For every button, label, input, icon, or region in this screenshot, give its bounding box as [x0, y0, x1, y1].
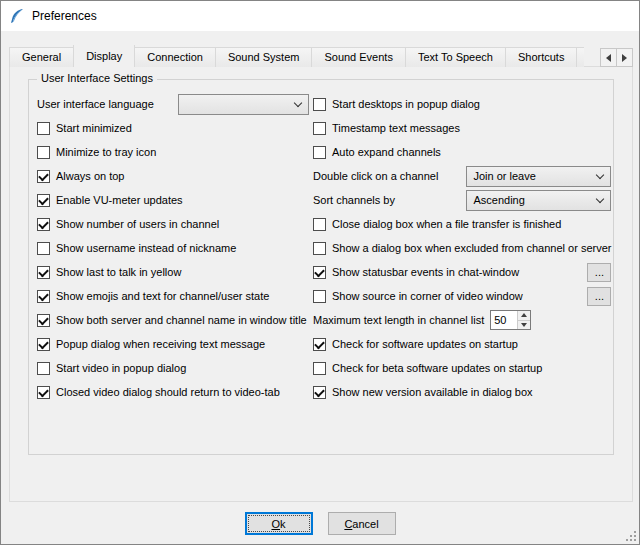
checkbox-minimize-to-tray[interactable]: Minimize to tray icon — [37, 146, 156, 159]
checkbox-box — [37, 122, 50, 135]
tab-bar: General Display Connection Sound System … — [9, 45, 584, 67]
checkbox-box — [313, 218, 326, 231]
checkbox-box — [37, 242, 50, 255]
checkbox-label: Always on top — [56, 170, 124, 182]
checkbox-box — [313, 290, 326, 303]
checkbox-vu-meter-updates[interactable]: Enable VU-meter updates — [37, 194, 183, 207]
checkbox-box — [313, 122, 326, 135]
max-text-length-value: 50 — [491, 311, 517, 329]
spin-down-button[interactable] — [517, 320, 530, 330]
checkbox-server-channel-in-title[interactable]: Show both server and channel name in win… — [37, 314, 307, 327]
checkbox-box — [313, 362, 326, 375]
double-click-label: Double click on a channel — [313, 170, 466, 182]
feather-app-icon — [9, 8, 25, 24]
checkbox-label: Minimize to tray icon — [56, 146, 156, 158]
preferences-tab-control: General Display Connection Sound System … — [9, 45, 633, 502]
tab-general[interactable]: General — [9, 47, 74, 67]
ok-button[interactable]: Ok — [245, 512, 313, 535]
checkbox-box — [313, 338, 326, 351]
right-settings-column: Start desktops in popup dialog Timestamp… — [313, 94, 611, 406]
checkbox-label: Timestamp text messages — [332, 122, 460, 134]
chevron-down-icon — [596, 196, 604, 204]
statusbar-events-browse-button[interactable]: ... — [587, 263, 611, 282]
group-title: User Interface Settings — [37, 72, 157, 84]
checkbox-box — [313, 146, 326, 159]
checkbox-box — [37, 266, 50, 279]
tab-scroll-right-button[interactable] — [616, 48, 633, 67]
tab-text-to-speech[interactable]: Text To Speech — [405, 47, 506, 67]
preferences-window: Preferences General Display Connection S… — [0, 0, 640, 545]
checkbox-emojis-text-state[interactable]: Show emojis and text for channel/user st… — [37, 290, 269, 303]
checkbox-show-user-count[interactable]: Show number of users in channel — [37, 218, 219, 231]
checkbox-desktops-popup[interactable]: Start desktops in popup dialog — [313, 98, 480, 111]
checkbox-check-updates[interactable]: Check for software updates on startup — [313, 338, 518, 351]
checkbox-box — [37, 314, 50, 327]
max-text-length-spinner[interactable]: 50 — [490, 310, 531, 330]
checkbox-label: Show last to talk in yellow — [56, 266, 181, 278]
video-source-browse-button[interactable]: ... — [587, 287, 611, 306]
double-click-select-value: Join or leave — [473, 170, 592, 182]
checkbox-label: Auto expand channels — [332, 146, 441, 158]
user-interface-settings-group: User Interface Settings User interface l… — [28, 79, 614, 455]
checkbox-close-file-transfer-dialog[interactable]: Close dialog box when a file transfer is… — [313, 218, 561, 231]
sort-channels-label: Sort channels by — [313, 194, 466, 206]
checkbox-box — [37, 218, 50, 231]
checkbox-box — [37, 290, 50, 303]
checkbox-label: Show number of users in channel — [56, 218, 219, 230]
checkbox-start-minimized[interactable]: Start minimized — [37, 122, 132, 135]
checkbox-auto-expand-channels[interactable]: Auto expand channels — [313, 146, 441, 159]
dialog-button-row: Ok Cancel — [1, 512, 639, 535]
spin-up-button[interactable] — [517, 311, 530, 320]
tab-video[interactable]: Video — [576, 47, 584, 67]
checkbox-label: Show new version available in dialog box — [332, 386, 533, 398]
tab-connection[interactable]: Connection — [134, 47, 216, 67]
checkbox-label: Show statusbar events in chat-window — [332, 266, 519, 278]
tab-shortcuts[interactable]: Shortcuts — [505, 47, 577, 67]
checkbox-always-on-top[interactable]: Always on top — [37, 170, 124, 183]
checkbox-username-instead-nickname[interactable]: Show username instead of nickname — [37, 242, 236, 255]
sort-channels-select[interactable]: Ascending — [466, 190, 611, 211]
checkbox-closed-video-return-tab[interactable]: Closed video dialog should return to vid… — [37, 386, 280, 399]
checkbox-video-popup-dialog[interactable]: Start video in popup dialog — [37, 362, 186, 375]
checkbox-box — [313, 266, 326, 279]
checkbox-box — [37, 146, 50, 159]
checkbox-check-beta-updates[interactable]: Check for beta software updates on start… — [313, 362, 542, 375]
checkbox-last-to-talk-yellow[interactable]: Show last to talk in yellow — [37, 266, 181, 279]
tab-scroll-left-button[interactable] — [600, 48, 617, 67]
tab-sound-events[interactable]: Sound Events — [311, 47, 406, 67]
resize-grip[interactable] — [624, 529, 637, 542]
checkbox-box — [313, 98, 326, 111]
checkbox-label: Show emojis and text for channel/user st… — [56, 290, 269, 302]
checkbox-label: Start minimized — [56, 122, 132, 134]
checkbox-box — [37, 194, 50, 207]
tab-scroll-buttons — [600, 48, 633, 67]
checkbox-box — [37, 386, 50, 399]
checkbox-timestamp-messages[interactable]: Timestamp text messages — [313, 122, 460, 135]
checkbox-new-version-dialog[interactable]: Show new version available in dialog box — [313, 386, 533, 399]
tab-scroll-left-icon — [606, 54, 611, 62]
tab-scroll-right-icon — [622, 54, 627, 62]
left-settings-column: User interface language Start minimized … — [37, 94, 309, 406]
checkbox-popup-text-message[interactable]: Popup dialog when receiving text message — [37, 338, 265, 351]
chevron-down-icon — [596, 172, 604, 180]
checkbox-label: Popup dialog when receiving text message — [56, 338, 265, 350]
checkbox-video-source-corner[interactable]: Show source in corner of video window — [313, 290, 523, 303]
titlebar[interactable]: Preferences — [1, 1, 639, 31]
sort-channels-select-value: Ascending — [473, 194, 592, 206]
double-click-select[interactable]: Join or leave — [466, 166, 611, 187]
checkbox-statusbar-events[interactable]: Show statusbar events in chat-window — [313, 266, 519, 279]
checkbox-box — [313, 386, 326, 399]
checkbox-excluded-dialog[interactable]: Show a dialog box when excluded from cha… — [313, 242, 611, 255]
checkbox-label: Show a dialog box when excluded from cha… — [332, 242, 611, 254]
checkbox-label: Enable VU-meter updates — [56, 194, 183, 206]
checkbox-label: Show username instead of nickname — [56, 242, 236, 254]
checkbox-label: Closed video dialog should return to vid… — [56, 386, 280, 398]
chevron-down-icon — [294, 100, 302, 108]
checkbox-box — [37, 362, 50, 375]
tab-display[interactable]: Display — [73, 45, 135, 67]
tab-sound-system[interactable]: Sound System — [215, 47, 313, 67]
language-select[interactable] — [178, 94, 309, 115]
checkbox-label: Check for beta software updates on start… — [332, 362, 542, 374]
window-title: Preferences — [32, 9, 97, 23]
cancel-button[interactable]: Cancel — [328, 512, 396, 535]
